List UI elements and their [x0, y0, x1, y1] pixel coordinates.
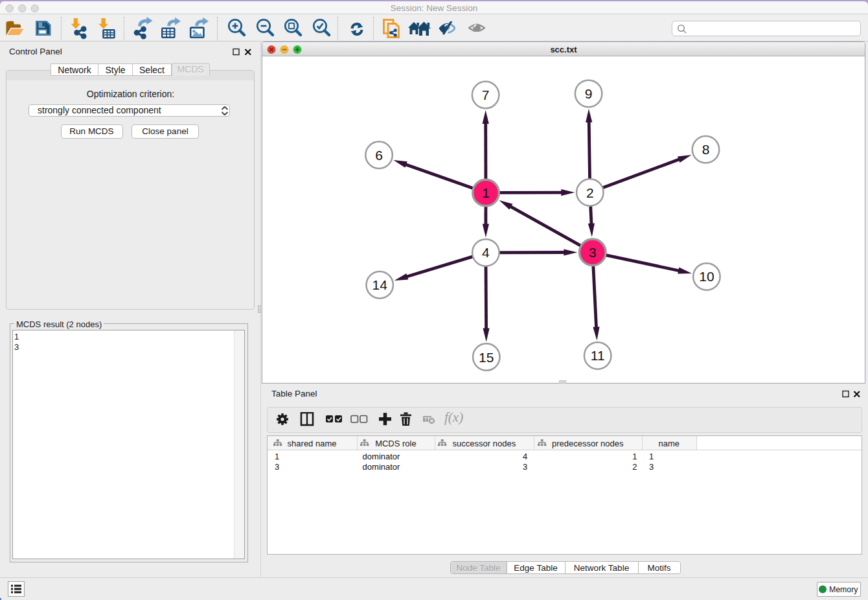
svg-text:8: 8 [702, 142, 710, 157]
svg-text:9: 9 [585, 86, 593, 101]
svg-text:7: 7 [482, 87, 490, 102]
svg-text:14: 14 [372, 277, 388, 292]
svg-text:1: 1 [482, 185, 490, 200]
svg-text:4: 4 [482, 245, 490, 260]
svg-text:3: 3 [589, 245, 597, 260]
svg-text:15: 15 [479, 350, 494, 365]
svg-text:11: 11 [591, 348, 605, 363]
svg-text:10: 10 [699, 269, 714, 284]
svg-text:2: 2 [586, 185, 594, 200]
svg-text:6: 6 [375, 148, 383, 163]
